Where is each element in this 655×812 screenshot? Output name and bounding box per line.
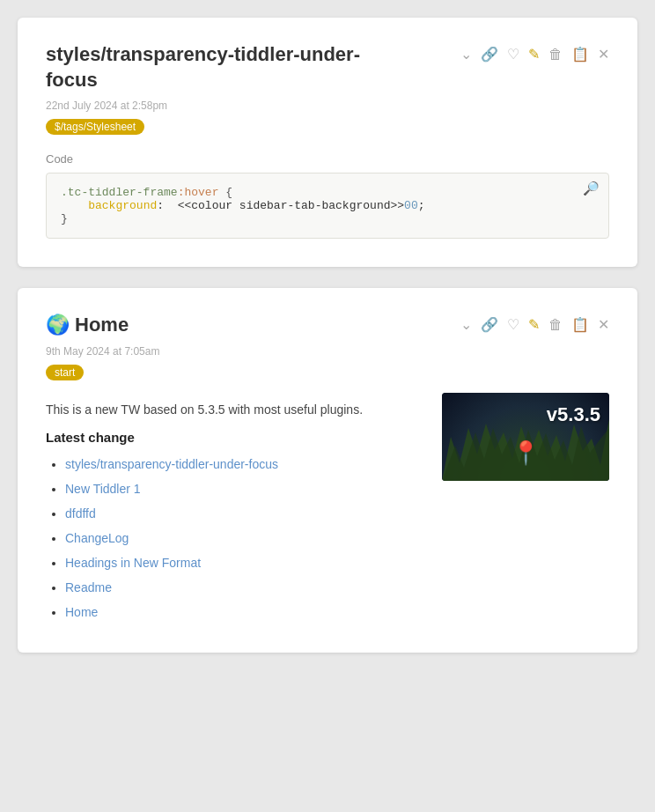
link-item-4[interactable]: ChangeLog bbox=[65, 531, 129, 545]
list-item: New Tiddler 1 bbox=[65, 476, 424, 501]
section-label: Code bbox=[46, 152, 609, 166]
heart-icon[interactable]: ♡ bbox=[507, 46, 519, 63]
code-line-2: background: <<colour sidebar-tab-backgro… bbox=[61, 199, 594, 212]
link-item-3[interactable]: dfdffd bbox=[65, 506, 96, 520]
close-icon[interactable]: ✕ bbox=[598, 46, 609, 63]
tag-badge-home[interactable]: start bbox=[46, 365, 84, 380]
card-home: 🌍Home ⌄ 🔗 ♡ ✎ 🗑 📋 ✕ 9th May 2024 at 7:05… bbox=[18, 288, 637, 653]
card-title: styles/transparency-tiddler-under-focus bbox=[46, 42, 363, 92]
globe-icon: 🌍 bbox=[46, 314, 70, 336]
card-title-home: 🌍Home bbox=[46, 313, 129, 338]
trash-icon[interactable]: 🗑 bbox=[548, 317, 563, 333]
link-item-5[interactable]: Headings in New Format bbox=[65, 556, 201, 570]
card-actions-home: ⌄ 🔗 ♡ ✎ 🗑 📋 ✕ bbox=[460, 316, 609, 333]
code-number: 00 bbox=[404, 199, 418, 212]
link-list: styles/transparency-tiddler-under-focus … bbox=[46, 452, 424, 624]
thumbnail: v5.3.5 📍 bbox=[442, 393, 609, 481]
card-date-home: 9th May 2024 at 7:05am bbox=[46, 345, 609, 358]
card-date: 22nd July 2024 at 2:58pm bbox=[46, 100, 609, 112]
link-icon[interactable]: 🔗 bbox=[481, 316, 498, 333]
latest-change-heading: Latest change bbox=[46, 430, 424, 445]
code-block: 🔎 .tc-tiddler-frame:hover { background: … bbox=[46, 173, 609, 239]
card-stylesheet: styles/transparency-tiddler-under-focus … bbox=[18, 18, 637, 267]
chevron-down-icon[interactable]: ⌄ bbox=[460, 316, 472, 333]
close-icon[interactable]: ✕ bbox=[598, 316, 609, 333]
tag-badge[interactable]: $/tags/Stylesheet bbox=[46, 119, 144, 135]
list-item: styles/transparency-tiddler-under-focus bbox=[65, 452, 424, 476]
content-left: This is a new TW based on 5.3.5 with mos… bbox=[46, 384, 424, 624]
code-property: background bbox=[88, 199, 157, 212]
link-icon[interactable]: 🔗 bbox=[481, 46, 498, 63]
list-item: Readme bbox=[65, 575, 424, 600]
content-area: This is a new TW based on 5.3.5 with mos… bbox=[46, 384, 609, 624]
copy-icon[interactable]: 📋 bbox=[571, 46, 589, 63]
thumbnail-version: v5.3.5 bbox=[547, 403, 600, 426]
card-header: styles/transparency-tiddler-under-focus … bbox=[46, 42, 609, 92]
code-line-1: .tc-tiddler-frame:hover { bbox=[61, 186, 594, 199]
code-line-3: } bbox=[61, 212, 594, 225]
copy-icon[interactable]: 📋 bbox=[571, 316, 589, 333]
chevron-down-icon[interactable]: ⌄ bbox=[460, 46, 472, 63]
pencil-icon[interactable]: ✎ bbox=[528, 46, 540, 63]
list-item: ChangeLog bbox=[65, 526, 424, 550]
heart-icon[interactable]: ♡ bbox=[507, 316, 519, 333]
list-item: Headings in New Format bbox=[65, 550, 424, 575]
trash-icon[interactable]: 🗑 bbox=[548, 47, 563, 63]
description-text: This is a new TW based on 5.3.5 with mos… bbox=[46, 400, 424, 419]
link-item-2[interactable]: New Tiddler 1 bbox=[65, 482, 141, 496]
card-header-home: 🌍Home ⌄ 🔗 ♡ ✎ 🗑 📋 ✕ bbox=[46, 313, 609, 338]
link-item-7[interactable]: Home bbox=[65, 605, 98, 619]
link-item-1[interactable]: styles/transparency-tiddler-under-focus bbox=[65, 457, 278, 471]
pencil-icon[interactable]: ✎ bbox=[528, 316, 540, 333]
thumbnail-pin: 📍 bbox=[511, 439, 540, 467]
code-copy-icon[interactable]: 🔎 bbox=[583, 181, 600, 197]
list-item: dfdffd bbox=[65, 501, 424, 526]
code-pseudo: :hover bbox=[178, 186, 219, 199]
list-item: Home bbox=[65, 600, 424, 624]
code-selector: .tc-tiddler-frame bbox=[61, 186, 178, 199]
link-item-6[interactable]: Readme bbox=[65, 580, 112, 594]
card-actions: ⌄ 🔗 ♡ ✎ 🗑 📋 ✕ bbox=[460, 46, 609, 63]
